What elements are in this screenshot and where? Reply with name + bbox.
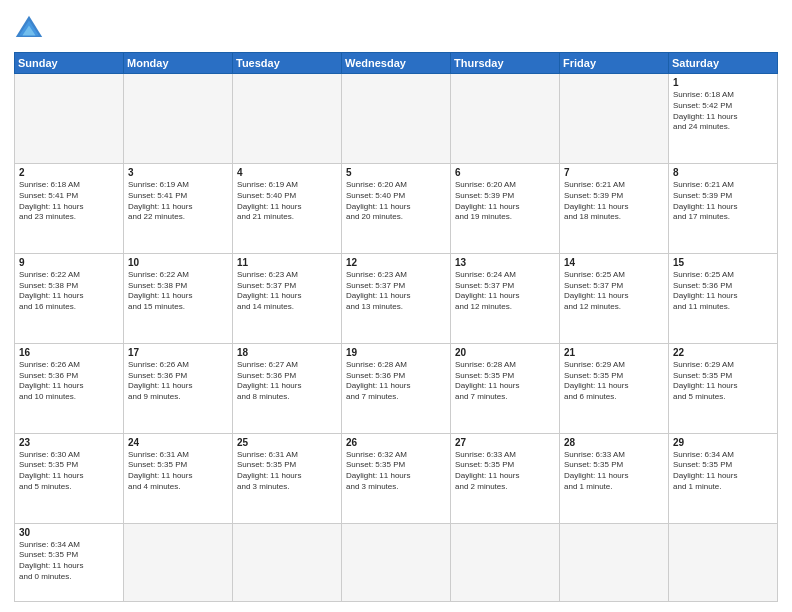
- calendar-cell: 3Sunrise: 6:19 AM Sunset: 5:41 PM Daylig…: [124, 163, 233, 253]
- week-row-0: 1Sunrise: 6:18 AM Sunset: 5:42 PM Daylig…: [15, 74, 778, 164]
- day-number: 26: [346, 437, 446, 448]
- day-info: Sunrise: 6:22 AM Sunset: 5:38 PM Dayligh…: [19, 270, 119, 313]
- day-info: Sunrise: 6:31 AM Sunset: 5:35 PM Dayligh…: [237, 450, 337, 493]
- day-number: 8: [673, 167, 773, 178]
- day-number: 7: [564, 167, 664, 178]
- day-number: 10: [128, 257, 228, 268]
- day-number: 11: [237, 257, 337, 268]
- day-info: Sunrise: 6:33 AM Sunset: 5:35 PM Dayligh…: [455, 450, 555, 493]
- day-number: 18: [237, 347, 337, 358]
- day-number: 5: [346, 167, 446, 178]
- calendar-cell: [669, 523, 778, 601]
- day-number: 25: [237, 437, 337, 448]
- calendar: SundayMondayTuesdayWednesdayThursdayFrid…: [14, 52, 778, 602]
- calendar-cell: 28Sunrise: 6:33 AM Sunset: 5:35 PM Dayli…: [560, 433, 669, 523]
- calendar-cell: [342, 74, 451, 164]
- day-number: 1: [673, 77, 773, 88]
- calendar-cell: 8Sunrise: 6:21 AM Sunset: 5:39 PM Daylig…: [669, 163, 778, 253]
- day-info: Sunrise: 6:29 AM Sunset: 5:35 PM Dayligh…: [564, 360, 664, 403]
- day-info: Sunrise: 6:33 AM Sunset: 5:35 PM Dayligh…: [564, 450, 664, 493]
- day-number: 13: [455, 257, 555, 268]
- day-info: Sunrise: 6:26 AM Sunset: 5:36 PM Dayligh…: [19, 360, 119, 403]
- day-info: Sunrise: 6:18 AM Sunset: 5:41 PM Dayligh…: [19, 180, 119, 223]
- day-info: Sunrise: 6:23 AM Sunset: 5:37 PM Dayligh…: [237, 270, 337, 313]
- calendar-cell: 14Sunrise: 6:25 AM Sunset: 5:37 PM Dayli…: [560, 253, 669, 343]
- day-info: Sunrise: 6:34 AM Sunset: 5:35 PM Dayligh…: [673, 450, 773, 493]
- week-row-3: 16Sunrise: 6:26 AM Sunset: 5:36 PM Dayli…: [15, 343, 778, 433]
- weekday-header-thursday: Thursday: [451, 53, 560, 74]
- calendar-cell: 24Sunrise: 6:31 AM Sunset: 5:35 PM Dayli…: [124, 433, 233, 523]
- day-number: 4: [237, 167, 337, 178]
- day-number: 17: [128, 347, 228, 358]
- calendar-cell: 21Sunrise: 6:29 AM Sunset: 5:35 PM Dayli…: [560, 343, 669, 433]
- day-number: 29: [673, 437, 773, 448]
- day-info: Sunrise: 6:19 AM Sunset: 5:40 PM Dayligh…: [237, 180, 337, 223]
- day-info: Sunrise: 6:21 AM Sunset: 5:39 PM Dayligh…: [673, 180, 773, 223]
- calendar-cell: 30Sunrise: 6:34 AM Sunset: 5:35 PM Dayli…: [15, 523, 124, 601]
- calendar-cell: 20Sunrise: 6:28 AM Sunset: 5:35 PM Dayli…: [451, 343, 560, 433]
- day-info: Sunrise: 6:19 AM Sunset: 5:41 PM Dayligh…: [128, 180, 228, 223]
- day-info: Sunrise: 6:31 AM Sunset: 5:35 PM Dayligh…: [128, 450, 228, 493]
- day-info: Sunrise: 6:23 AM Sunset: 5:37 PM Dayligh…: [346, 270, 446, 313]
- calendar-cell: 11Sunrise: 6:23 AM Sunset: 5:37 PM Dayli…: [233, 253, 342, 343]
- calendar-cell: 17Sunrise: 6:26 AM Sunset: 5:36 PM Dayli…: [124, 343, 233, 433]
- calendar-cell: 10Sunrise: 6:22 AM Sunset: 5:38 PM Dayli…: [124, 253, 233, 343]
- calendar-cell: [560, 74, 669, 164]
- calendar-cell: 18Sunrise: 6:27 AM Sunset: 5:36 PM Dayli…: [233, 343, 342, 433]
- calendar-cell: 25Sunrise: 6:31 AM Sunset: 5:35 PM Dayli…: [233, 433, 342, 523]
- header: [14, 14, 778, 42]
- day-number: 14: [564, 257, 664, 268]
- day-info: Sunrise: 6:20 AM Sunset: 5:39 PM Dayligh…: [455, 180, 555, 223]
- weekday-header-row: SundayMondayTuesdayWednesdayThursdayFrid…: [15, 53, 778, 74]
- day-info: Sunrise: 6:32 AM Sunset: 5:35 PM Dayligh…: [346, 450, 446, 493]
- week-row-1: 2Sunrise: 6:18 AM Sunset: 5:41 PM Daylig…: [15, 163, 778, 253]
- calendar-cell: 27Sunrise: 6:33 AM Sunset: 5:35 PM Dayli…: [451, 433, 560, 523]
- calendar-cell: 5Sunrise: 6:20 AM Sunset: 5:40 PM Daylig…: [342, 163, 451, 253]
- day-info: Sunrise: 6:30 AM Sunset: 5:35 PM Dayligh…: [19, 450, 119, 493]
- calendar-cell: 26Sunrise: 6:32 AM Sunset: 5:35 PM Dayli…: [342, 433, 451, 523]
- day-info: Sunrise: 6:34 AM Sunset: 5:35 PM Dayligh…: [19, 540, 119, 583]
- calendar-cell: 29Sunrise: 6:34 AM Sunset: 5:35 PM Dayli…: [669, 433, 778, 523]
- weekday-header-tuesday: Tuesday: [233, 53, 342, 74]
- calendar-cell: 1Sunrise: 6:18 AM Sunset: 5:42 PM Daylig…: [669, 74, 778, 164]
- weekday-header-wednesday: Wednesday: [342, 53, 451, 74]
- day-number: 2: [19, 167, 119, 178]
- day-number: 28: [564, 437, 664, 448]
- day-info: Sunrise: 6:28 AM Sunset: 5:35 PM Dayligh…: [455, 360, 555, 403]
- calendar-cell: 16Sunrise: 6:26 AM Sunset: 5:36 PM Dayli…: [15, 343, 124, 433]
- calendar-cell: [233, 523, 342, 601]
- day-number: 19: [346, 347, 446, 358]
- day-info: Sunrise: 6:24 AM Sunset: 5:37 PM Dayligh…: [455, 270, 555, 313]
- day-number: 20: [455, 347, 555, 358]
- calendar-cell: [451, 74, 560, 164]
- day-info: Sunrise: 6:25 AM Sunset: 5:36 PM Dayligh…: [673, 270, 773, 313]
- calendar-cell: [124, 74, 233, 164]
- week-row-5: 30Sunrise: 6:34 AM Sunset: 5:35 PM Dayli…: [15, 523, 778, 601]
- calendar-cell: 9Sunrise: 6:22 AM Sunset: 5:38 PM Daylig…: [15, 253, 124, 343]
- calendar-cell: 22Sunrise: 6:29 AM Sunset: 5:35 PM Dayli…: [669, 343, 778, 433]
- day-info: Sunrise: 6:29 AM Sunset: 5:35 PM Dayligh…: [673, 360, 773, 403]
- calendar-cell: 4Sunrise: 6:19 AM Sunset: 5:40 PM Daylig…: [233, 163, 342, 253]
- day-info: Sunrise: 6:27 AM Sunset: 5:36 PM Dayligh…: [237, 360, 337, 403]
- calendar-cell: 6Sunrise: 6:20 AM Sunset: 5:39 PM Daylig…: [451, 163, 560, 253]
- calendar-cell: [560, 523, 669, 601]
- weekday-header-monday: Monday: [124, 53, 233, 74]
- weekday-header-saturday: Saturday: [669, 53, 778, 74]
- day-number: 3: [128, 167, 228, 178]
- day-number: 30: [19, 527, 119, 538]
- day-number: 22: [673, 347, 773, 358]
- day-number: 24: [128, 437, 228, 448]
- day-number: 6: [455, 167, 555, 178]
- day-number: 16: [19, 347, 119, 358]
- calendar-cell: [15, 74, 124, 164]
- calendar-cell: 23Sunrise: 6:30 AM Sunset: 5:35 PM Dayli…: [15, 433, 124, 523]
- page: SundayMondayTuesdayWednesdayThursdayFrid…: [0, 0, 792, 612]
- day-number: 21: [564, 347, 664, 358]
- calendar-cell: [451, 523, 560, 601]
- logo: [14, 14, 48, 42]
- day-info: Sunrise: 6:28 AM Sunset: 5:36 PM Dayligh…: [346, 360, 446, 403]
- day-number: 9: [19, 257, 119, 268]
- weekday-header-friday: Friday: [560, 53, 669, 74]
- calendar-cell: 2Sunrise: 6:18 AM Sunset: 5:41 PM Daylig…: [15, 163, 124, 253]
- weekday-header-sunday: Sunday: [15, 53, 124, 74]
